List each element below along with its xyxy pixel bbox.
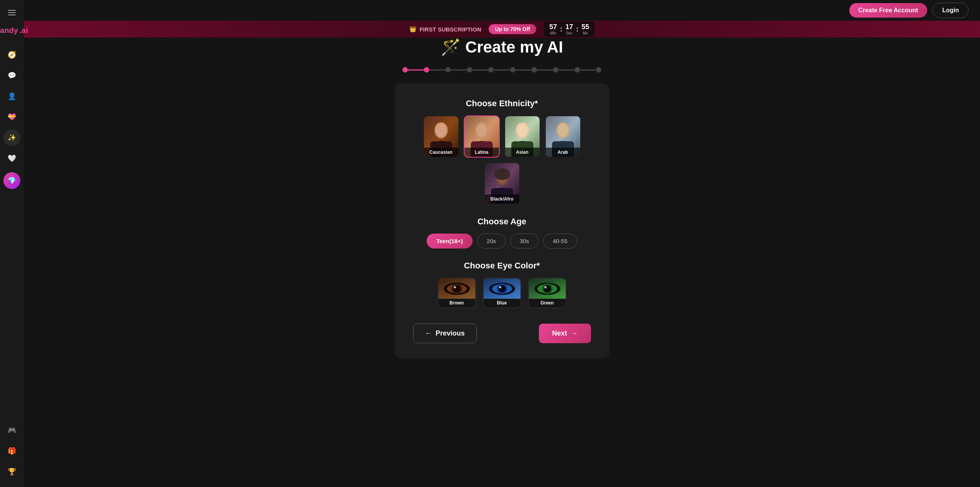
sidebar: candy.ai 🧭 💬 👤 💝 ✨ 🤍 💎 🎮 🎁 🏆 [0, 0, 24, 487]
step-4 [467, 67, 472, 72]
ethnicity-title: Choose Ethnicity* [466, 99, 538, 109]
sidebar-icon-gift[interactable]: 🎁 [3, 443, 20, 459]
crown-icon: 👑 [409, 26, 417, 33]
svg-point-29 [453, 285, 461, 293]
timer-seconds: 17 Sec [565, 23, 573, 35]
step-line-3 [451, 69, 467, 71]
sidebar-icon-gem[interactable]: 💎 [3, 172, 20, 189]
svg-point-23 [494, 168, 510, 180]
ethnicity-arab-label: Arab [546, 148, 580, 157]
age-group: Teen(18+) 20s 30s 40-55 [427, 234, 577, 248]
eye-color-title: Choose Eye Color* [464, 261, 540, 271]
eye-green[interactable]: Green [528, 278, 566, 308]
step-line-5 [494, 69, 510, 71]
wand-icon: 🪄 [441, 38, 461, 56]
page-title-text: Create my AI [465, 38, 563, 56]
step-line-4 [472, 69, 488, 71]
ethnicity-latina[interactable]: Latina [464, 115, 500, 158]
svg-point-34 [498, 285, 506, 293]
brand-tld: .ai [20, 26, 28, 35]
eye-brown-visual [438, 278, 475, 299]
step-10 [596, 67, 601, 72]
svg-point-30 [454, 286, 456, 288]
sidebar-icon-trophy[interactable]: 🏆 [3, 463, 20, 480]
eye-grid: Brown Blue [438, 278, 566, 308]
eye-brown-label: Brown [438, 299, 475, 308]
login-button[interactable]: Login [932, 3, 969, 18]
topbar: Create Free Account Login [24, 0, 980, 21]
sidebar-icon-person[interactable]: 👤 [3, 88, 20, 105]
timer-sep-1: : [560, 25, 562, 33]
svg-point-12 [517, 123, 527, 137]
step-6 [510, 67, 515, 72]
ethnicity-grid: Caucasian Latina [413, 115, 591, 204]
step-1 [402, 67, 408, 72]
main-card: Choose Ethnicity* Caucasian [395, 83, 609, 359]
promo-label: FIRST SUBSCRIPTION [420, 26, 481, 33]
promo-timer: 57 Min : 17 Sec : 55 Ms [544, 21, 594, 37]
sidebar-bottom: 🎮 🎁 🏆 [3, 422, 20, 480]
age-30s-button[interactable]: 30s [510, 234, 538, 248]
step-9 [575, 67, 580, 72]
svg-point-17 [558, 123, 568, 137]
age-teen-button[interactable]: Teen(18+) [427, 234, 472, 248]
eye-blue-label: Blue [484, 299, 520, 308]
age-4055-button[interactable]: 40-55 [543, 234, 577, 248]
timer-ms: 55 Ms [581, 23, 589, 35]
step-5 [488, 67, 494, 72]
step-line-2 [429, 69, 445, 71]
svg-point-40 [544, 286, 547, 288]
menu-icon[interactable] [6, 7, 18, 18]
step-8 [553, 67, 558, 72]
ethnicity-latina-label: Latina [465, 148, 499, 157]
ethnicity-section: Choose Ethnicity* Caucasian [413, 99, 591, 204]
sidebar-icon-heart2[interactable]: 💝 [3, 109, 20, 125]
ethnicity-caucasian-label: Caucasian [424, 148, 458, 157]
age-20s-button[interactable]: 20s [477, 234, 506, 248]
ethnicity-asian[interactable]: Asian [504, 115, 540, 158]
sidebar-icon-heart3[interactable]: 🤍 [3, 150, 20, 167]
ethnicity-asian-label: Asian [505, 148, 540, 157]
step-line-7 [537, 69, 553, 71]
step-line-9 [580, 69, 596, 71]
main-content: 🪄 Create my AI Choose Ethnicity* [24, 0, 980, 487]
timer-sep-2: : [576, 25, 578, 33]
eye-brown[interactable]: Brown [438, 278, 476, 308]
sidebar-icon-discord[interactable]: 🎮 [3, 422, 20, 439]
ethnicity-blackafro[interactable]: Black/Afro [484, 162, 520, 204]
ethnicity-blackafro-label: Black/Afro [485, 194, 519, 204]
nav-row: ← Previous Next → [413, 324, 591, 343]
age-title: Choose Age [478, 217, 527, 227]
eye-blue-visual [484, 278, 520, 299]
sidebar-icon-magic[interactable]: ✨ [3, 129, 20, 146]
svg-point-2 [436, 123, 446, 137]
svg-point-39 [543, 285, 551, 293]
arrow-right-icon: → [571, 329, 578, 337]
step-line-6 [515, 69, 532, 71]
next-button[interactable]: Next → [539, 324, 591, 343]
eye-color-section: Choose Eye Color* Brown [413, 261, 591, 308]
brand-logo[interactable]: candy.ai [0, 26, 28, 35]
eye-green-visual [529, 278, 566, 299]
arrow-left-icon: ← [425, 329, 432, 337]
promo-text: 👑 FIRST SUBSCRIPTION [409, 26, 481, 33]
brand-name: candy [0, 26, 18, 35]
svg-point-7 [476, 123, 487, 137]
eye-blue[interactable]: Blue [483, 278, 521, 308]
ethnicity-arab[interactable]: Arab [545, 115, 581, 158]
step-7 [532, 67, 537, 72]
previous-button[interactable]: ← Previous [413, 324, 477, 343]
progress-bar [402, 67, 602, 72]
step-line-8 [558, 69, 575, 71]
ethnicity-caucasian[interactable]: Caucasian [423, 115, 459, 158]
previous-label: Previous [436, 329, 465, 337]
page-title: 🪄 Create my AI [441, 38, 563, 56]
svg-point-35 [499, 286, 501, 288]
sidebar-icon-compass[interactable]: 🧭 [3, 46, 20, 63]
promo-badge[interactable]: Up to 70% Off [489, 24, 536, 34]
create-free-account-button[interactable]: Create Free Account [849, 3, 927, 18]
eye-green-label: Green [529, 299, 566, 308]
step-line-1 [408, 69, 424, 71]
next-label: Next [552, 329, 567, 337]
sidebar-icon-chat[interactable]: 💬 [3, 67, 20, 84]
